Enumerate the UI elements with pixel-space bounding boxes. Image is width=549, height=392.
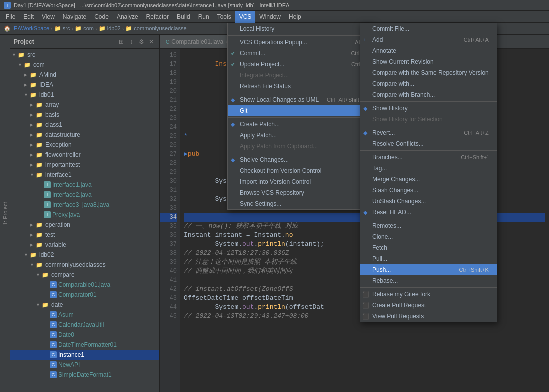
menu-vcs[interactable]: VCS — [236, 11, 256, 23]
code-line: * — [184, 132, 545, 141]
java-class-icon: C — [50, 351, 57, 358]
tree-item-interface2-java[interactable]: I Interface2.java — [10, 190, 160, 200]
menu-navigate[interactable]: Navigate — [59, 11, 90, 23]
menu-window[interactable]: Window — [256, 11, 285, 23]
menu-analyze[interactable]: Analyze — [113, 11, 142, 23]
tab-close-icon[interactable]: ✕ — [402, 39, 406, 45]
expand-icon: ▼ — [24, 252, 30, 257]
breadcrumb-ldb02[interactable]: 📁 ldb02 — [99, 25, 121, 32]
code-line: System.out.println(offsetDat — [184, 303, 545, 312]
tree-item-date0[interactable]: C Date0 — [10, 330, 160, 340]
code-editor[interactable]: Ins * ▶ pub System.out.println("version1 — [180, 49, 549, 392]
code-line — [184, 168, 545, 177]
tab-java-icon: C — [242, 40, 246, 45]
breadcrumb-workspace[interactable]: 🏠 IEAWorkSpace — [4, 25, 50, 32]
tree-item-exception[interactable]: ▶ 📁 Exception — [10, 140, 160, 150]
java-iface-icon: I — [44, 191, 51, 198]
menu-bar: File Edit View Navigate Code Analyze Ref… — [0, 11, 549, 23]
code-line — [184, 87, 545, 96]
tree-item-date[interactable]: ▼ 📁 date — [10, 300, 160, 310]
tree-item-comparable01[interactable]: C Comparable01.java — [10, 280, 160, 290]
sidebar-icon-sort[interactable]: ↕ — [128, 38, 136, 46]
tree-item-datastructure[interactable]: ▶ 📁 datastructure — [10, 130, 160, 140]
java-iface-icon: I — [44, 181, 51, 188]
tree-item-comparator01[interactable]: C Comparator01 — [10, 290, 160, 300]
code-line: Instant instant = Instant.no — [184, 231, 545, 240]
breadcrumb-commonlyused[interactable]: 📁 commonlyusedclasse — [126, 25, 186, 32]
folder-icon: 📁 — [36, 172, 44, 178]
sidebar-icon-layout[interactable]: ⊞ — [118, 38, 126, 46]
folder-icon: 📁 — [36, 162, 44, 168]
expand-icon: ▼ — [24, 92, 30, 97]
tree-item-proxy-java[interactable]: I Proxy.java — [10, 210, 160, 220]
menu-view[interactable]: View — [38, 11, 59, 23]
tab-close-icon[interactable]: ✕ — [288, 40, 292, 45]
expand-icon: ▶ — [30, 122, 36, 127]
sidebar-title: Project — [14, 38, 118, 45]
expand-icon: ▶ — [30, 152, 36, 157]
folder-icon: 📁 — [30, 82, 38, 88]
java-class-icon: C — [50, 341, 57, 348]
breadcrumb-com[interactable]: 📁 com — [75, 25, 94, 32]
tree-item-com[interactable]: ▼ 📁 com — [10, 60, 160, 70]
tab-instance1[interactable]: C Instance1.java ✕ — [236, 35, 299, 48]
tree-item-ldb02[interactable]: ▼ 📁 ldb02 — [10, 250, 160, 260]
tree-item-array[interactable]: ▶ 📁 array — [10, 100, 160, 110]
tab-close-icon[interactable]: ✕ — [226, 39, 230, 45]
editor-content[interactable]: 16 17 18 19 20 21 22 23 24 25 26 27 28 2… — [160, 49, 549, 392]
tree-item-interface1-java[interactable]: I Interface1.java — [10, 180, 160, 190]
code-line — [184, 204, 545, 213]
tree-item-src[interactable]: ▼ 📁 src — [10, 50, 160, 60]
folder-icon: 📁 — [18, 52, 26, 58]
sidebar-icon-settings[interactable]: ⚙ — [138, 38, 146, 46]
java-iface-icon: I — [44, 201, 51, 208]
code-line: // 调整成中国时间，我们和英时间向 — [184, 267, 545, 276]
tree-item-newapi[interactable]: C NewAPI — [10, 360, 160, 370]
tree-item-datetimeformatter[interactable]: C DateTimeFormatter01 — [10, 340, 160, 350]
folder-icon: 📁 — [36, 152, 44, 158]
menu-run[interactable]: Run — [194, 11, 214, 23]
tree-item-asum[interactable]: C Asum — [10, 310, 160, 320]
tree-item-compare[interactable]: ▼ 📁 compare — [10, 270, 160, 280]
tree-item-commonlyused[interactable]: ▼ 📁 commonlyusedclasses — [10, 260, 160, 270]
folder-icon: 📁 — [36, 242, 44, 248]
code-line: ▶ pub — [184, 150, 545, 159]
menu-edit[interactable]: Edit — [20, 11, 38, 23]
tree-item-basis[interactable]: ▶ 📁 basis — [10, 110, 160, 120]
menu-code[interactable]: Code — [90, 11, 113, 23]
expand-icon: ▼ — [30, 262, 36, 267]
tree-item-amind[interactable]: ▶ 📁 AMind — [10, 70, 160, 80]
expand-icon: ▶ — [30, 162, 36, 167]
menu-help[interactable]: Help — [285, 11, 306, 23]
menu-tools[interactable]: Tools — [214, 11, 236, 23]
tree-item-interface3-java[interactable]: I Interface3_java8.java — [10, 200, 160, 210]
folder-icon: 📁 — [36, 112, 44, 118]
expand-icon: ▶ — [24, 82, 30, 87]
tree-item-flowcontroller[interactable]: ▶ 📁 flowcontroller — [10, 150, 160, 160]
tree-item-calendarjavautil[interactable]: C CalendarJavaUtil — [10, 320, 160, 330]
tree-item-variable[interactable]: ▶ 📁 variable — [10, 240, 160, 250]
tree-item-idea[interactable]: ▶ 📁 IDEA — [10, 80, 160, 90]
tree-item-simpledateformat[interactable]: C SimpleDateFormat1 — [10, 370, 160, 380]
tab-comparable01[interactable]: C Comparable01.java ✕ — [160, 35, 236, 48]
tree-item-class1[interactable]: ▶ 📁 class1 — [10, 120, 160, 130]
tree-item-importanttest[interactable]: ▶ 📁 importanttest — [10, 160, 160, 170]
expand-icon: ▶ — [30, 242, 36, 247]
sidebar-icon-close[interactable]: ✕ — [148, 38, 156, 46]
menu-file[interactable]: File — [2, 11, 20, 23]
menu-refactor[interactable]: Refactor — [142, 11, 173, 23]
window-title: Day1 [D:\IEAWorkSpace] - ...\src\com\ldb… — [14, 2, 290, 8]
tree-item-interface1[interactable]: ▼ 📁 interface1 — [10, 170, 160, 180]
expand-icon: ▶ — [30, 102, 36, 107]
folder-icon: 📁 — [30, 72, 38, 78]
code-line — [184, 51, 545, 60]
tree-item-instance1[interactable]: C Instance1 — [10, 350, 160, 360]
java-class-icon: C — [50, 361, 57, 368]
breadcrumb-src[interactable]: 📁 src — [54, 25, 70, 32]
tree-item-ldb01[interactable]: ▼ 📁 ldb01 — [10, 90, 160, 100]
tab-selectionsort[interactable]: C SelectionSort_XuanZePaiXu.java ✕ — [299, 35, 412, 48]
java-class-icon: C — [50, 311, 57, 318]
menu-build[interactable]: Build — [173, 11, 194, 23]
tree-item-test[interactable]: ▶ 📁 test — [10, 230, 160, 240]
tree-item-operation[interactable]: ▶ 📁 operation — [10, 220, 160, 230]
